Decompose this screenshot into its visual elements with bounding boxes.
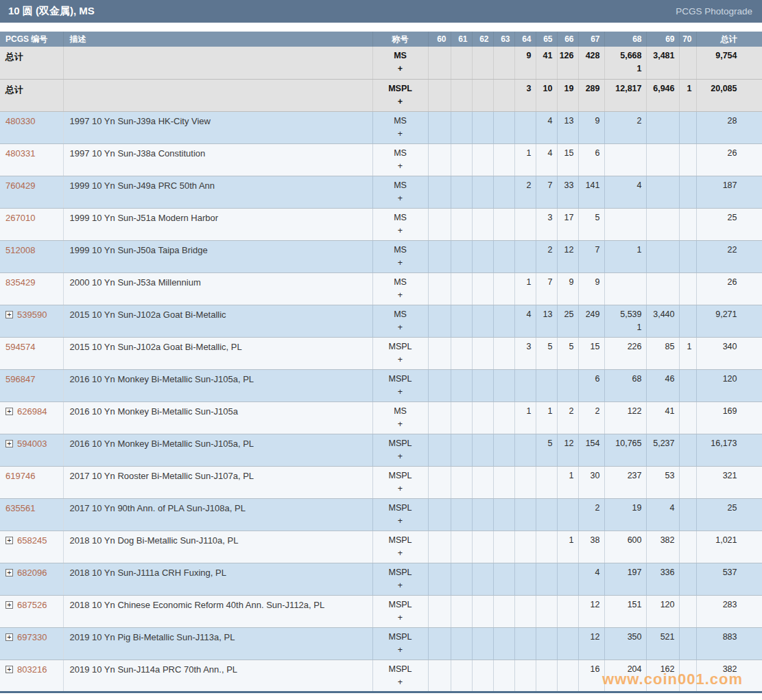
designation-plus-label: + — [374, 226, 427, 235]
grade-cell-g68: 122 — [604, 401, 646, 434]
designation-cell: MSPL+ — [372, 434, 428, 466]
grade-cell-g61 — [451, 466, 472, 498]
plus-grade-count — [452, 442, 468, 452]
grade-count: 1 — [537, 406, 553, 416]
pcgs-number-link[interactable]: 687526 — [17, 600, 47, 610]
column-header-g65: 65 — [536, 32, 557, 47]
grade-cell-g64 — [514, 498, 536, 530]
plus-grade-count — [473, 635, 489, 645]
grade-cell-g67: 12 — [578, 627, 604, 660]
plus-grade-count — [537, 290, 553, 300]
column-header-g66: 66 — [557, 32, 578, 47]
plus-grade-count — [606, 452, 642, 461]
grade-count: 13 — [558, 116, 574, 126]
plus-grade-count — [537, 323, 553, 332]
plus-grade-count — [558, 129, 574, 139]
plus-grade-count — [495, 152, 510, 161]
plus-grade-count — [473, 410, 489, 419]
grade-cell-g64 — [514, 111, 536, 143]
plus-grade-count — [516, 419, 532, 429]
plus-grade-count — [698, 645, 737, 655]
pcgs-number-link[interactable]: 267010 — [5, 213, 35, 223]
plus-grade-count — [680, 410, 692, 419]
grade-count: 19 — [606, 503, 642, 513]
designation-label: MS — [374, 406, 427, 416]
pcgs-number-link[interactable]: 835429 — [5, 277, 35, 288]
description-cell: 2016 10 Yn Monkey Bi-Metallic Sun-J105a — [63, 401, 372, 434]
expand-icon[interactable]: + — [5, 311, 13, 318]
expand-icon[interactable]: + — [5, 440, 13, 447]
pcgs-number-link[interactable]: 512008 — [5, 245, 35, 255]
designation-plus-label: + — [374, 129, 427, 139]
plus-grade-count — [558, 548, 574, 558]
pcgs-number-link[interactable]: 626984 — [17, 406, 47, 417]
designation-label: MS — [374, 51, 427, 60]
pcgs-number-link[interactable]: 594003 — [17, 439, 47, 449]
pcgs-number-link[interactable]: 480331 — [5, 148, 35, 159]
pcgs-number-link[interactable]: 658245 — [17, 535, 47, 546]
pcgs-number-link[interactable]: 635561 — [5, 503, 35, 513]
plus-grade-count — [495, 248, 510, 258]
pcgs-number-link[interactable]: 760429 — [5, 180, 35, 191]
grade-cell-g66: 15 — [557, 143, 578, 176]
plus-grade-count — [452, 216, 468, 226]
expand-icon[interactable]: + — [5, 601, 13, 609]
plus-grade-count — [537, 355, 553, 364]
plus-grade-count — [473, 506, 489, 516]
grade-cell-g65: 7 — [536, 272, 557, 305]
grade-count: 9,754 — [698, 51, 737, 60]
designation-label: MS — [374, 148, 427, 158]
pcgs-number-link[interactable]: 594574 — [5, 342, 35, 352]
pcgs-number-link[interactable]: 803216 — [17, 664, 47, 675]
pcgs-number-link[interactable]: 480330 — [5, 116, 35, 126]
grade-count: 41 — [647, 406, 675, 416]
grade-cell-g63 — [493, 337, 514, 369]
grade-count: 9 — [580, 116, 600, 126]
total-label: 总计 — [5, 51, 23, 62]
plus-grade-count — [558, 355, 574, 364]
plus-grade-count — [558, 97, 574, 106]
plus-grade-count — [698, 419, 737, 429]
row-total-cell: 9,754 — [696, 47, 762, 79]
description-cell: 2017 10 Yn 90th Ann. of PLA Sun-J108a, P… — [63, 498, 372, 530]
grade-cell-g64 — [514, 595, 536, 627]
plus-grade-count — [537, 474, 553, 484]
grade-cell-g66: 126 — [557, 47, 578, 79]
plus-grade-count — [473, 603, 489, 613]
grade-cell-g69: 5,237 — [646, 434, 679, 466]
plus-grade-count — [558, 484, 574, 493]
expand-icon[interactable]: + — [5, 537, 13, 544]
plus-grade-count — [680, 216, 692, 226]
grade-count: 5 — [580, 213, 600, 222]
plus-grade-count — [558, 571, 574, 581]
plus-grade-count — [516, 119, 532, 129]
grade-cell-g60 — [428, 660, 451, 692]
designation-label: MSPL — [374, 632, 427, 642]
pcgs-number-link[interactable]: 539590 — [17, 310, 47, 320]
grade-cell-g70 — [679, 530, 696, 563]
expand-icon[interactable]: + — [5, 666, 13, 673]
expand-icon[interactable]: + — [5, 408, 13, 415]
grade-count: 38 — [580, 535, 600, 545]
photograde-link[interactable]: PCGS Photograde — [676, 6, 752, 16]
pcgs-number-link[interactable]: 697330 — [17, 632, 47, 642]
table-header-row: PCGS 编号描述称号6061626364656667686970总计 — [0, 32, 762, 47]
table-row: +6582452018 10 Yn Dog Bi-Metallic Sun-J1… — [0, 530, 762, 563]
plus-grade-count — [429, 410, 447, 419]
pcgs-number-link[interactable]: 596847 — [5, 374, 35, 384]
row-total-cell: 283 — [696, 595, 762, 627]
grade-cell-g63 — [493, 272, 514, 305]
grade-cell-g70 — [679, 660, 696, 692]
grade-cell-g65: 13 — [536, 305, 557, 337]
description-cell: 2018 10 Yn Sun-J111a CRH Fuxing, PL — [63, 563, 372, 595]
pcgs-number-link[interactable]: 682096 — [17, 568, 47, 578]
designation-plus-label: + — [374, 194, 427, 203]
grade-cell-g60 — [428, 143, 451, 176]
plus-grade-count — [698, 258, 737, 268]
plus-grade-count — [606, 152, 642, 161]
expand-icon[interactable]: + — [5, 569, 13, 576]
pcgs-number-link[interactable]: 619746 — [5, 471, 35, 481]
plus-grade-count — [473, 345, 489, 355]
expand-icon[interactable]: + — [5, 633, 13, 641]
grade-count: 1 — [606, 245, 642, 255]
